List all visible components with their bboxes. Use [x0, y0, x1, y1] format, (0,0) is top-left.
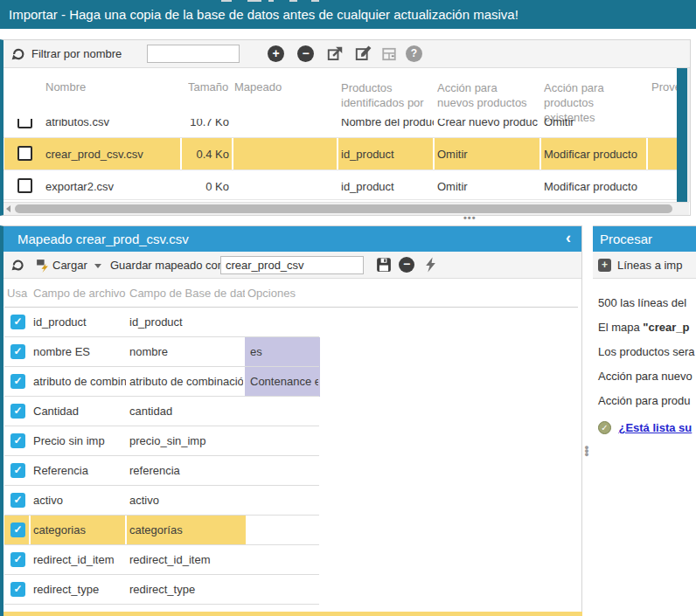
existing-products-action: Modificar producto [544, 170, 647, 200]
file-name: exportar2.csv [45, 170, 159, 200]
row-checkbox[interactable]: ✓ [10, 344, 25, 359]
mapping-row[interactable]: ✓atributo de combinaciónatributo de comb… [3, 367, 581, 397]
horizontal-scrollbar[interactable] [3, 202, 689, 215]
existing-products-action: Modificar producto [544, 138, 647, 170]
mapping-rows-viewport: ✓id_productid_product✓nombre ESnombrees✓… [3, 308, 581, 613]
row-checkbox[interactable] [17, 119, 32, 128]
row-checkbox[interactable]: ✓ [10, 404, 25, 419]
filter-input[interactable] [147, 45, 240, 63]
remove-icon[interactable]: − [297, 45, 314, 62]
help-icon[interactable]: ? [406, 45, 422, 62]
splitter-handle[interactable]: ●●● [583, 446, 590, 456]
mapping-row[interactable]: ✓redirect_id_itemredirect_id_item [3, 545, 581, 575]
row-checkbox[interactable]: ✓ [10, 493, 25, 508]
row-checkbox[interactable] [17, 146, 32, 161]
row-checkbox[interactable]: ✓ [10, 582, 25, 597]
clipped-toolbar-remnant [311, 0, 319, 2]
window-icon[interactable] [381, 46, 397, 66]
new-products-action: Crear nuevo produc [437, 119, 540, 138]
remove-icon[interactable]: − [399, 257, 414, 273]
map-used-prefix: El mapa [598, 321, 643, 334]
partial-row-highlight [3, 612, 582, 616]
row-divider [4, 604, 319, 605]
option-value: es [250, 337, 318, 367]
row-checkbox[interactable]: ✓ [10, 374, 25, 389]
add-icon[interactable]: + [268, 45, 284, 62]
file-field: activo [33, 486, 126, 516]
load-button[interactable]: Cargar [52, 252, 87, 279]
files-header-row: Nombre Tamaño Mapeado Productos identifi… [3, 68, 690, 119]
check-circle-icon: ✓ [598, 421, 611, 434]
products-text: Los productos sera [598, 345, 695, 358]
col-nombre: Nombre [45, 80, 150, 93]
col-mapeado: Mapeado [234, 80, 296, 93]
mapping-row[interactable]: ✓categoriascategorías [3, 516, 581, 545]
col-campo-archivo: Campo de archivo [33, 287, 126, 300]
scroll-left-arrow-icon[interactable] [6, 205, 10, 212]
db-field: referencia [129, 456, 243, 486]
mapping-row[interactable]: ✓id_productid_product [3, 308, 581, 337]
export-icon[interactable] [327, 45, 344, 66]
db-field: cantidad [129, 397, 243, 426]
file-size: 0.4 Ko [159, 138, 229, 170]
action-new-text: Acción para nuevo [598, 370, 693, 383]
row-checkbox[interactable]: ✓ [10, 315, 25, 329]
db-field: activo [129, 486, 243, 516]
col-identificados: Productos identificados por [341, 80, 430, 110]
filter-label: Filtrar por nombre [31, 40, 122, 68]
table-row-content: exportar2.csv0 Koid_productOmitirModific… [3, 170, 678, 200]
file-field: atributo de combinación [33, 367, 126, 397]
bolt-icon[interactable] [423, 257, 438, 276]
vertical-scrollbar[interactable] [677, 68, 687, 202]
action-exist-text: Acción para produ [598, 394, 691, 407]
file-name: atributos.csv [45, 119, 159, 138]
refresh-icon[interactable] [10, 46, 26, 66]
table-row[interactable]: atributos.csv10.7 KoNombre del producCre… [3, 119, 678, 138]
table-row[interactable]: exportar2.csv0 Koid_productOmitirModific… [3, 170, 678, 200]
row-checkbox[interactable]: ✓ [10, 463, 25, 478]
panel-resize-handle[interactable]: ••• [463, 212, 477, 223]
files-toolbar: Filtrar por nombre + − ? [3, 40, 690, 68]
table-row[interactable]: crear_prod_csv.csv0.4 Koid_productOmitir… [3, 138, 678, 170]
files-panel: Filtrar por nombre + − ? Nombre Tamaño M… [0, 39, 691, 216]
scrollbar-thumb[interactable] [15, 204, 672, 213]
db-field: categorías [129, 516, 243, 545]
row-checkbox[interactable]: ✓ [10, 433, 25, 448]
clipped-toolbar-remnant [268, 0, 274, 2]
mapping-row[interactable]: ✓nombre ESnombrees [3, 337, 581, 367]
file-field: Precio sin imp [33, 426, 126, 456]
table-row-content: atributos.csv10.7 KoNombre del producCre… [3, 119, 678, 138]
mapping-row[interactable]: ✓Referenciareferencia [3, 456, 581, 486]
mapping-row[interactable]: ✓activoactivo [3, 486, 581, 516]
save-mapping-label: Guardar mapeado como [110, 252, 233, 279]
col-tamano: Tamaño [188, 80, 233, 93]
dropdown-caret-icon[interactable] [94, 264, 101, 268]
refresh-icon[interactable] [10, 258, 25, 276]
file-field: id_product [33, 308, 126, 337]
save-icon[interactable] [376, 257, 392, 276]
scroll-gutter [687, 68, 690, 202]
file-field: redirect_id_item [33, 545, 126, 575]
file-size: 10.7 Ko [159, 119, 229, 138]
import-lines-button[interactable]: Líneas a imp [617, 252, 682, 279]
file-field: nombre ES [33, 337, 126, 367]
file-size: 0 Ko [159, 170, 229, 200]
mapping-row[interactable]: ✓redirect_typeredirect_type [3, 575, 581, 605]
db-field: id_product [129, 308, 243, 337]
database-ready-link[interactable]: ¿Está lista su [618, 421, 692, 434]
identified-by: Nombre del produc [341, 119, 434, 138]
row-checkbox[interactable]: ✓ [10, 523, 25, 537]
db-field: redirect_id_item [129, 545, 243, 575]
page-title: Importar - Haga una copia de la base de … [0, 0, 696, 29]
mapping-row[interactable]: ✓Precio sin impprecio_sin_imp [3, 426, 581, 456]
collapse-chevron-icon[interactable]: ‹ [566, 226, 571, 250]
cell-gap [337, 138, 338, 170]
import-lines-icon[interactable]: + [598, 259, 611, 272]
mapping-row[interactable]: ✓Cantidadcantidad [3, 397, 581, 426]
table-row-content: crear_prod_csv.csv0.4 Koid_productOmitir… [3, 138, 678, 170]
edit-icon[interactable] [355, 45, 372, 66]
row-checkbox[interactable]: ✓ [10, 552, 25, 567]
mapping-name-input[interactable] [220, 256, 364, 274]
file-field: Cantidad [33, 397, 126, 426]
row-checkbox[interactable] [17, 178, 32, 193]
